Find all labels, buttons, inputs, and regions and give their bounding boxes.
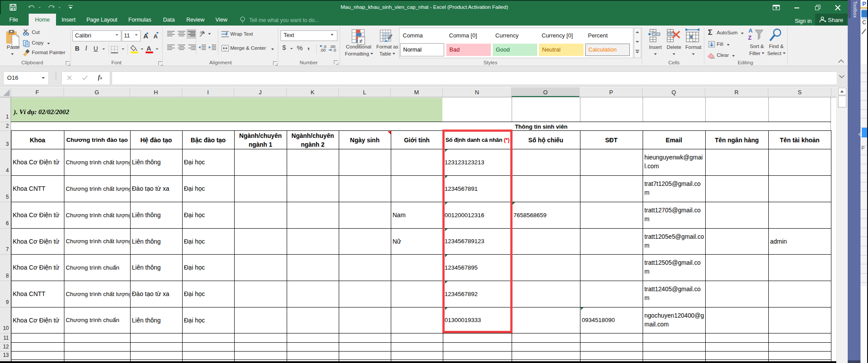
svg-text:ab: ab	[200, 30, 204, 34]
svg-text:.00: .00	[320, 48, 326, 52]
svg-text:≠: ≠	[359, 37, 363, 44]
svg-text:.0: .0	[333, 48, 336, 52]
